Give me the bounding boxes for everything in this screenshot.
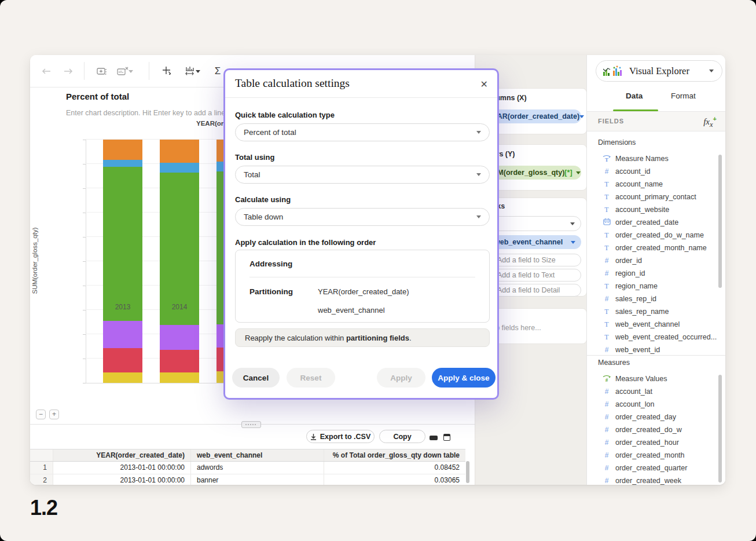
undo-button[interactable]: [39, 64, 53, 78]
dimensions-scrollbar[interactable]: [718, 155, 722, 288]
field-label: account_id: [615, 167, 650, 176]
field-item-sales-rep-id[interactable]: #sales_rep_id: [587, 293, 722, 305]
field-item-order-created-do-w[interactable]: #order_created_do_w: [587, 423, 722, 436]
field-item-account-lon[interactable]: #account_lon: [587, 398, 722, 411]
field-item-web-event-channel[interactable]: Tweb_event_channel: [587, 318, 722, 331]
field-item-measure-values[interactable]: #Measure Values: [587, 372, 722, 385]
segment-orange[interactable]: [160, 140, 199, 163]
field-item-order-created-day[interactable]: #order_created_day: [587, 411, 722, 423]
segment-yellow[interactable]: [160, 372, 199, 383]
aggregate-button[interactable]: Σ: [211, 64, 225, 78]
number-field-icon: #: [603, 388, 611, 396]
add-chart-icon: [97, 67, 108, 76]
field-item-web-event-id[interactable]: #web_event_id: [587, 343, 722, 354]
calculate-using-value: Table down: [244, 213, 283, 221]
close-icon[interactable]: ✕: [480, 79, 488, 90]
redo-button[interactable]: [61, 64, 75, 78]
number-field-icon: #: [603, 464, 611, 472]
chevron-down-icon: [476, 215, 481, 218]
field-item-order-id[interactable]: #order_id: [587, 254, 722, 267]
dialog-header-divider: [225, 97, 497, 98]
field-item-account-id[interactable]: #account_id: [587, 165, 722, 178]
reset-button[interactable]: Reset: [287, 368, 335, 388]
partitioning-field[interactable]: web_event_channel: [318, 306, 385, 315]
copy-button[interactable]: Copy: [379, 430, 425, 443]
tab-format[interactable]: Format: [671, 92, 696, 100]
segment-green[interactable]: [160, 173, 199, 325]
axis-scale-button[interactable]: [183, 64, 203, 78]
field-item-region-id[interactable]: #region_id: [587, 267, 722, 280]
fields-section-bar: FIELDS fxx+: [587, 112, 725, 131]
export-csv-label: Export to .CSV: [320, 433, 371, 441]
field-label: account_primary_contact: [615, 193, 696, 201]
segment-red[interactable]: [103, 348, 142, 372]
addressing-divider: [249, 277, 475, 277]
element-type-selector[interactable]: Visual Explorer: [596, 60, 722, 82]
zoom-out-button[interactable]: −: [36, 410, 46, 419]
segment-red[interactable]: [160, 350, 199, 372]
partitioning-field[interactable]: YEAR(order_created_date): [318, 287, 409, 296]
resize-drag-handle[interactable]: [241, 421, 261, 428]
field-label: region_name: [615, 282, 658, 290]
chart-description-placeholder[interactable]: Enter chart description. Hit Enter key t…: [66, 109, 225, 117]
table-cell: 0.08452: [324, 462, 465, 474]
apply-and-close-button[interactable]: Apply & close: [432, 368, 496, 388]
calculate-using-select[interactable]: Table down: [235, 208, 490, 226]
table-cell: 2: [30, 474, 53, 485]
calc-type-select[interactable]: Percent of total: [235, 123, 490, 141]
field-item-order-created-month[interactable]: #order_created_month: [587, 449, 722, 462]
total-using-select[interactable]: Total: [235, 166, 490, 184]
text-field-icon: T: [603, 180, 611, 188]
field-item-order-created-month-name[interactable]: Torder_created_month_name: [587, 242, 722, 254]
add-formula-button[interactable]: fxx+: [703, 115, 717, 129]
reapply-info-banner: Reapply the calculation within partition…: [235, 328, 490, 347]
segment-blue[interactable]: [160, 163, 199, 173]
chart-title[interactable]: Percent of total: [66, 92, 129, 101]
arrow-right-icon: [63, 67, 74, 75]
field-item-order-created-do-w-name[interactable]: Torder_created_do_w_name: [587, 229, 722, 242]
segment-blue[interactable]: [103, 160, 142, 167]
swap-axes-button[interactable]: [161, 64, 175, 78]
zoom-in-button[interactable]: +: [49, 410, 59, 419]
field-item-order-created-date[interactable]: order_created_date: [587, 216, 722, 229]
cancel-button[interactable]: Cancel: [232, 368, 280, 388]
measures-scrollbar[interactable]: [718, 375, 722, 482]
segment-yellow[interactable]: [103, 372, 142, 383]
table-cell: 1: [30, 462, 53, 474]
collapse-table-button[interactable]: [430, 436, 438, 440]
columns-field-label: YEAR(order_created_date): [487, 112, 579, 120]
field-label: web_event_channel: [615, 320, 680, 328]
export-csv-button[interactable]: Export to .CSV: [306, 430, 375, 443]
addressing-label: Addressing: [249, 259, 292, 268]
field-item-order-created-hour[interactable]: #order_created_hour: [587, 436, 722, 449]
number-field-icon: #: [603, 295, 611, 303]
column-header[interactable]: % of Total order_gloss_qty down table: [324, 449, 465, 461]
bar-2013: [103, 140, 142, 383]
field-item-order-created-week[interactable]: #order_created_week: [587, 474, 722, 485]
field-item-account-website[interactable]: Taccount_website: [587, 203, 722, 216]
table-cell: 2013-01-01 00:00:00: [53, 462, 191, 474]
addressing-partitioning-box: Addressing Partitioning YEAR(order_creat…: [235, 250, 490, 323]
column-header[interactable]: web_event_channel: [191, 449, 324, 461]
rows-field-label: SUM(order_gloss_qty): [487, 169, 564, 177]
field-item-account-primary-contact[interactable]: Taccount_primary_contact: [587, 191, 722, 203]
field-item-account-name[interactable]: Taccount_name: [587, 178, 722, 191]
column-header[interactable]: YEAR(order_created_date): [53, 449, 191, 461]
segment-green[interactable]: [103, 167, 142, 321]
expand-table-button[interactable]: [443, 434, 450, 441]
field-item-web-event-created-occurred-[interactable]: Tweb_event_created_occurred...: [587, 331, 722, 343]
segment-orange[interactable]: [103, 140, 142, 160]
segment-purple[interactable]: [103, 321, 142, 348]
field-item-sales-rep-name[interactable]: Tsales_rep_name: [587, 305, 722, 318]
add-chart-button[interactable]: [96, 64, 109, 78]
segment-purple[interactable]: [160, 325, 199, 349]
field-item-account-lat[interactable]: #account_lat: [587, 385, 722, 398]
field-label: order_created_month: [615, 451, 685, 459]
tab-data[interactable]: Data: [626, 92, 643, 100]
field-item-order-created-quarter[interactable]: #order_created_quarter: [587, 462, 722, 474]
apply-button[interactable]: Apply: [377, 368, 425, 388]
remove-chart-button[interactable]: [115, 64, 135, 78]
table-scrollbar[interactable]: [466, 461, 469, 483]
field-item-measure-names[interactable]: TMeasure Names: [587, 152, 722, 165]
field-item-region-name[interactable]: Tregion_name: [587, 280, 722, 293]
